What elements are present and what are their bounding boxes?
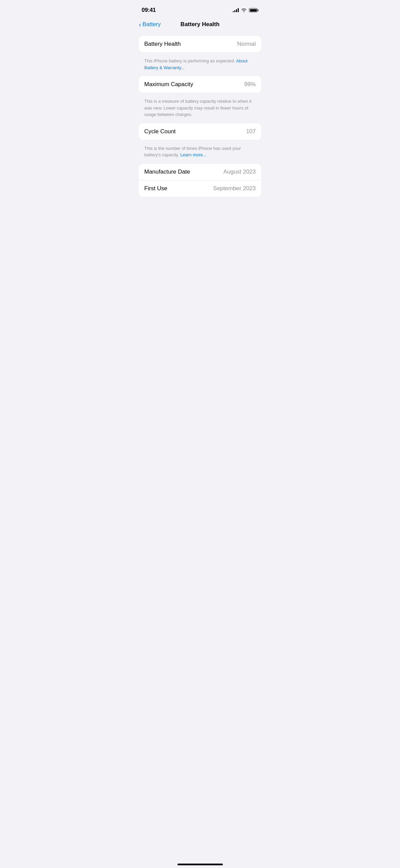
battery-health-label: Battery Health	[144, 41, 181, 47]
page-title: Battery Health	[181, 21, 219, 28]
cycle-count-value: 107	[246, 128, 256, 135]
battery-icon	[249, 8, 258, 12]
back-label: Battery	[143, 21, 161, 28]
manufacture-date-row: Manufacture Date August 2023	[139, 164, 261, 180]
cycle-count-description: This is the number of times iPhone has u…	[139, 142, 261, 164]
battery-health-value: Normal	[237, 41, 256, 47]
back-button[interactable]: ‹ Battery	[139, 21, 161, 28]
status-time: 09:41	[142, 7, 156, 14]
learn-more-link[interactable]: Learn more...	[180, 152, 206, 157]
first-use-label: First Use	[144, 185, 167, 192]
maximum-capacity-value: 99%	[244, 81, 256, 88]
nav-bar: ‹ Battery Battery Health	[133, 18, 267, 33]
battery-health-row: Battery Health Normal	[139, 36, 261, 52]
maximum-capacity-card: Maximum Capacity 99%	[139, 76, 261, 93]
first-use-value: September 2023	[213, 185, 256, 192]
back-chevron-icon: ‹	[139, 21, 141, 28]
manufacture-date-value: August 2023	[224, 169, 256, 175]
cycle-count-row: Cycle Count 107	[139, 123, 261, 140]
wifi-icon	[241, 8, 247, 12]
status-icons	[233, 8, 258, 12]
signal-icon	[233, 8, 239, 12]
cycle-count-label: Cycle Count	[144, 128, 176, 135]
battery-health-card: Battery Health Normal	[139, 36, 261, 52]
dates-card: Manufacture Date August 2023 First Use S…	[139, 164, 261, 197]
maximum-capacity-description: This is a measure of battery capacity re…	[139, 95, 261, 123]
battery-warranty-link[interactable]: About Battery & Warranty...	[144, 58, 248, 70]
maximum-capacity-row: Maximum Capacity 99%	[139, 76, 261, 93]
first-use-row: First Use September 2023	[139, 180, 261, 197]
cycle-count-card: Cycle Count 107	[139, 123, 261, 140]
content-area: Battery Health Normal This iPhone batter…	[133, 33, 267, 202]
battery-health-description: This iPhone battery is performing as exp…	[139, 55, 261, 76]
maximum-capacity-label: Maximum Capacity	[144, 81, 193, 88]
manufacture-date-label: Manufacture Date	[144, 169, 190, 175]
status-bar: 09:41	[133, 0, 267, 18]
